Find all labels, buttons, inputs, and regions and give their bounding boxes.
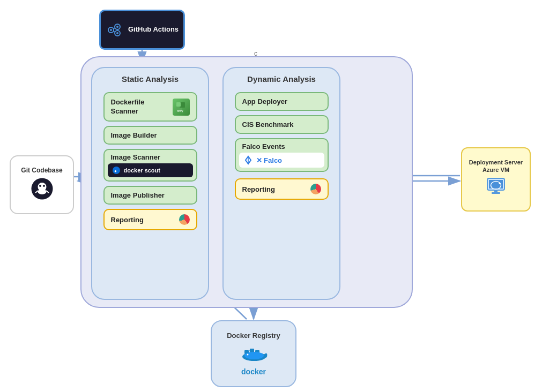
- svg-point-41: [244, 352, 264, 359]
- dynamic-analysis-title: Dynamic Analysis: [224, 68, 339, 88]
- docker-scout-inner: ● docker scout: [108, 163, 193, 177]
- github-octocat-icon: [30, 177, 54, 203]
- dynamic-reporting-pie-icon: [310, 184, 321, 194]
- dynamic-analysis-panel: Dynamic Analysis App Deployer CIS Benchm…: [222, 67, 340, 300]
- image-publisher-box: Image Publisher: [103, 186, 197, 205]
- deployment-server-box: Deployment Server Azure VM: [461, 147, 531, 212]
- image-publisher-label: Image Publisher: [111, 191, 165, 199]
- dockerfile-scanner-label: DockerfileScanner: [111, 98, 145, 116]
- falco-logo-text: ✕ Falco: [256, 156, 283, 164]
- docker-whale-icon: [239, 342, 269, 365]
- svg-point-14: [116, 32, 118, 34]
- svg-point-10: [110, 29, 112, 31]
- svg-point-12: [116, 26, 118, 28]
- svg-text:●: ●: [114, 169, 117, 174]
- svg-point-28: [43, 185, 45, 187]
- github-actions-icon: [106, 20, 125, 40]
- image-scanner-box: Image Scanner ● docker scout: [103, 149, 197, 182]
- cis-benchmark-label: CIS Benchmark: [242, 120, 294, 129]
- cis-benchmark-box: CIS Benchmark: [235, 115, 329, 134]
- git-codebase-label: Git Codebase: [21, 167, 62, 174]
- falco-events-label: Falco Events: [236, 139, 328, 153]
- svg-text:trivy: trivy: [177, 109, 183, 112]
- docker-text-label: docker: [241, 367, 266, 376]
- static-reporting-pie-icon: [179, 214, 190, 225]
- static-analysis-panel: Static Analysis DockerfileScanner trivy …: [91, 67, 209, 300]
- github-actions-label: GitHub Actions: [128, 25, 179, 34]
- trivy-icon: trivy: [173, 99, 190, 116]
- svg-rect-35: [494, 190, 498, 192]
- diagram-container: c GitHub Actions Static Analysis Docker: [0, 0, 542, 392]
- git-codebase-box: Git Codebase: [10, 155, 74, 214]
- dynamic-reporting-label: Reporting: [242, 185, 275, 193]
- azure-vm-icon: [485, 176, 507, 200]
- falco-events-box: Falco Events ✕ Falco: [235, 138, 329, 172]
- static-reporting-box: Reporting: [103, 209, 197, 230]
- static-analysis-title: Static Analysis: [92, 68, 208, 88]
- svg-point-42: [247, 354, 248, 356]
- app-deployer-box: App Deployer: [235, 92, 329, 111]
- falco-inner: ✕ Falco: [239, 153, 324, 168]
- docker-registry-label: Docker Registry: [227, 331, 280, 340]
- image-builder-label: Image Builder: [111, 131, 157, 139]
- svg-point-29: [38, 189, 46, 194]
- deployment-server-label: Deployment Server Azure VM: [469, 159, 523, 174]
- image-scanner-label: Image Scanner: [105, 150, 196, 163]
- image-builder-box: Image Builder: [103, 126, 197, 145]
- static-reporting-label: Reporting: [111, 216, 144, 224]
- docker-scout-text: docker scout: [124, 167, 160, 174]
- github-actions-box: GitHub Actions: [99, 10, 185, 50]
- svg-point-27: [39, 185, 41, 187]
- dynamic-reporting-box: Reporting: [235, 178, 329, 200]
- app-deployer-label: App Deployer: [242, 97, 288, 105]
- svg-rect-36: [492, 192, 500, 194]
- docker-registry-box: Docker Registry docker: [211, 320, 296, 387]
- svg-rect-19: [176, 102, 181, 107]
- dockerfile-scanner-box: DockerfileScanner trivy: [103, 92, 197, 122]
